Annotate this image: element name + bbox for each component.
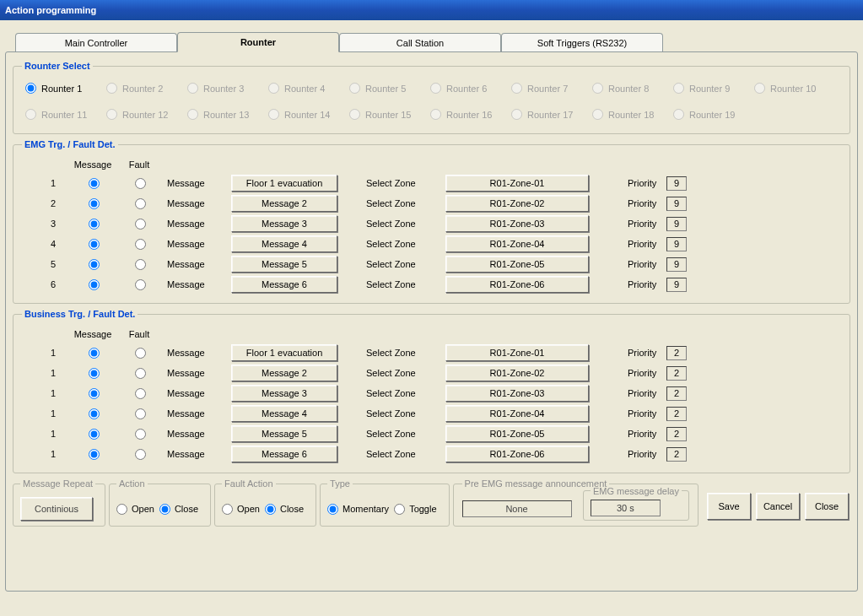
close-button[interactable]: Close — [805, 493, 849, 520]
tab-rounter[interactable]: Rounter — [177, 32, 339, 52]
select-zone-button[interactable]: R01-Zone-06 — [445, 446, 589, 462]
message-radio[interactable] — [89, 178, 100, 189]
message-button[interactable]: Floor 1 evacuation — [231, 344, 337, 361]
fault-radio[interactable] — [135, 259, 146, 270]
message-button[interactable]: Message 5 — [231, 425, 337, 442]
router-option-8: Rounter 8 — [592, 83, 673, 94]
router-option-15: Rounter 15 — [349, 109, 430, 120]
message-radio[interactable] — [89, 429, 100, 440]
row-index: 1 — [22, 368, 67, 378]
message-radio[interactable] — [89, 408, 100, 419]
cancel-button[interactable]: Cancel — [756, 493, 800, 520]
message-button[interactable]: Message 2 — [231, 195, 337, 212]
priority-label: Priority — [606, 408, 666, 419]
action-open-radio[interactable]: Open — [116, 504, 154, 515]
select-zone-label: Select Zone — [349, 449, 445, 459]
emg-row: 2MessageMessage 2Select ZoneR01-Zone-02P… — [22, 193, 841, 213]
message-label: Message — [160, 279, 231, 289]
message-label: Message — [160, 408, 231, 419]
select-zone-button[interactable]: R01-Zone-01 — [445, 175, 589, 192]
message-radio[interactable] — [89, 388, 100, 399]
priority-value: 9 — [666, 257, 687, 272]
message-button[interactable]: Message 3 — [231, 385, 337, 402]
message-radio[interactable] — [89, 259, 100, 270]
router-option-1[interactable]: Rounter 1 — [25, 83, 106, 94]
priority-value: 9 — [666, 278, 687, 292]
fault-radio[interactable] — [135, 408, 146, 419]
message-radio[interactable] — [89, 239, 100, 250]
message-button[interactable]: Floor 1 evacuation — [231, 175, 337, 192]
fault-radio[interactable] — [135, 388, 146, 399]
select-zone-label: Select Zone — [349, 348, 445, 358]
message-button[interactable]: Message 2 — [231, 365, 337, 381]
fault-radio[interactable] — [135, 449, 146, 460]
message-radio[interactable] — [89, 198, 100, 209]
message-radio[interactable] — [89, 348, 100, 359]
select-zone-button[interactable]: R01-Zone-05 — [445, 256, 589, 273]
save-button[interactable]: Save — [707, 493, 751, 520]
message-button[interactable]: Message 4 — [231, 405, 337, 422]
tab-soft-triggers-rs232-[interactable]: Soft Triggers (RS232) — [501, 33, 663, 51]
fault-radio[interactable] — [135, 198, 146, 209]
hdr-fault-b: Fault — [118, 329, 160, 339]
message-radio[interactable] — [89, 449, 100, 460]
group-message-repeat: Message Repeat Continious — [13, 478, 105, 527]
row-index: 2 — [22, 198, 67, 208]
select-zone-button[interactable]: R01-Zone-06 — [445, 276, 589, 293]
priority-value: 2 — [666, 346, 687, 360]
fault-radio[interactable] — [135, 239, 146, 250]
legend-emg-delay: EMG message delay — [591, 486, 682, 496]
message-button[interactable]: Message 6 — [231, 446, 337, 462]
fault-radio[interactable] — [135, 178, 146, 189]
select-zone-button[interactable]: R01-Zone-04 — [445, 405, 589, 422]
fault-radio[interactable] — [135, 219, 146, 230]
priority-label: Priority — [606, 368, 666, 378]
tab-main-controller[interactable]: Main Controller — [15, 33, 177, 51]
fault-radio[interactable] — [135, 429, 146, 440]
message-label: Message — [160, 239, 231, 249]
select-zone-label: Select Zone — [349, 388, 445, 398]
select-zone-button[interactable]: R01-Zone-03 — [445, 215, 589, 232]
message-button[interactable]: Message 4 — [231, 235, 337, 252]
priority-label: Priority — [606, 198, 666, 208]
fault-action-open-radio[interactable]: Open — [222, 504, 260, 515]
emg-delay-value: 30 s — [591, 500, 661, 516]
fault-radio[interactable] — [135, 348, 146, 359]
select-zone-button[interactable]: R01-Zone-01 — [445, 344, 589, 361]
select-zone-button[interactable]: R01-Zone-03 — [445, 385, 589, 402]
fault-action-close-radio[interactable]: Close — [265, 504, 304, 515]
action-close-radio[interactable]: Close — [159, 504, 198, 515]
select-zone-label: Select Zone — [349, 239, 445, 249]
priority-label: Priority — [606, 239, 666, 249]
select-zone-button[interactable]: R01-Zone-05 — [445, 425, 589, 442]
message-label: Message — [160, 429, 231, 439]
router-option-7: Rounter 7 — [511, 83, 592, 94]
type-momentary-radio[interactable]: Momentary — [327, 504, 389, 515]
fault-radio[interactable] — [135, 279, 146, 290]
fault-radio[interactable] — [135, 368, 146, 379]
type-toggle-radio[interactable]: Toggle — [394, 504, 436, 515]
tab-call-station[interactable]: Call Station — [339, 33, 501, 51]
select-zone-label: Select Zone — [349, 219, 445, 229]
message-label: Message — [160, 198, 231, 208]
group-business: Business Trg. / Fault Det. Message Fault… — [13, 309, 850, 473]
message-radio[interactable] — [89, 279, 100, 290]
message-repeat-button[interactable]: Continious — [20, 497, 93, 521]
message-button[interactable]: Message 5 — [231, 256, 337, 273]
message-button[interactable]: Message 3 — [231, 215, 337, 232]
select-zone-button[interactable]: R01-Zone-04 — [445, 235, 589, 252]
row-index: 1 — [22, 408, 67, 419]
router-option-2: Rounter 2 — [106, 83, 187, 94]
group-action: Action Open Close — [109, 478, 211, 527]
message-radio[interactable] — [89, 368, 100, 379]
select-zone-button[interactable]: R01-Zone-02 — [445, 365, 589, 381]
select-zone-button[interactable]: R01-Zone-02 — [445, 195, 589, 212]
router-option-5: Rounter 5 — [349, 83, 430, 94]
router-option-3: Rounter 3 — [187, 83, 268, 94]
message-button[interactable]: Message 6 — [231, 276, 337, 293]
router-option-17: Rounter 17 — [511, 109, 592, 120]
priority-value: 9 — [666, 197, 687, 211]
window-title: Action programming — [5, 5, 96, 15]
window-titlebar: Action programming — [0, 0, 863, 20]
message-radio[interactable] — [89, 219, 100, 230]
